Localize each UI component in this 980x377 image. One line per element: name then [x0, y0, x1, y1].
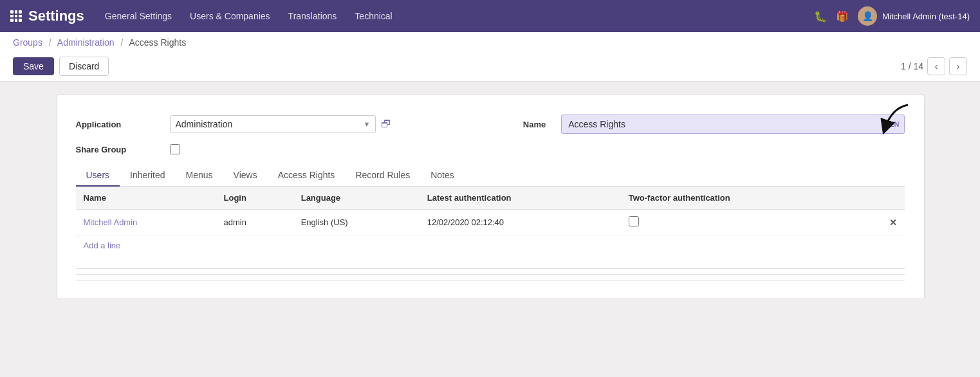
breadcrumb-bar: Groups / Administration / Access Rights …	[0, 32, 980, 82]
tab-views[interactable]: Views	[223, 165, 268, 187]
user-name-link[interactable]: Mitchell Admin	[84, 217, 138, 227]
app-logo[interactable]: Settings	[10, 8, 84, 24]
pagination-label: 1 / 14	[901, 61, 923, 71]
application-select[interactable]: Administration	[170, 115, 376, 133]
users-table: Name Login Language Latest authenticatio…	[76, 187, 905, 235]
name-label: Name	[523, 120, 546, 129]
breadcrumb-groups[interactable]: Groups	[13, 37, 42, 48]
avatar: 👤	[858, 6, 877, 26]
breadcrumb-sep-2: /	[120, 37, 123, 48]
topnav-right: 🐛 🎁 👤 Mitchell Admin (test-14)	[814, 6, 970, 26]
add-line-button[interactable]: Add a line	[76, 235, 129, 255]
tab-inherited[interactable]: Inherited	[120, 165, 175, 187]
tab-users[interactable]: Users	[76, 165, 120, 187]
application-field: Administration ▼ 🗗	[170, 115, 513, 133]
application-label: Application	[76, 120, 160, 129]
name-input[interactable]	[561, 115, 904, 134]
breadcrumb-administration[interactable]: Administration	[57, 37, 115, 48]
cell-delete: ✕	[858, 210, 905, 235]
col-login: Login	[216, 187, 293, 210]
col-two-factor: Two-factor authentication	[621, 187, 858, 210]
tab-access-rights[interactable]: Access Rights	[268, 165, 346, 187]
cell-name: Mitchell Admin	[76, 210, 216, 235]
en-badge: EN	[889, 120, 899, 128]
tab-notes[interactable]: Notes	[420, 165, 465, 187]
col-latest-auth: Latest authentication	[420, 187, 621, 210]
app-name: Settings	[28, 8, 84, 24]
tab-menus[interactable]: Menus	[176, 165, 223, 187]
share-group-label: Share Group	[76, 145, 160, 154]
name-field-wrapper: EN	[561, 115, 904, 134]
two-factor-checkbox[interactable]	[629, 216, 639, 226]
discard-button[interactable]: Discard	[59, 57, 109, 76]
tab-record-rules[interactable]: Record Rules	[345, 165, 420, 187]
pagination: 1 / 14 ‹ ›	[901, 57, 967, 75]
cell-language: English (US)	[293, 210, 420, 235]
save-button[interactable]: Save	[13, 57, 54, 75]
topnav-menu: General Settings Users & Companies Trans…	[97, 7, 801, 25]
breadcrumb-current: Access Rights	[129, 37, 186, 48]
prev-button[interactable]: ‹	[927, 57, 945, 75]
bottom-line-1	[76, 274, 905, 275]
cell-login: admin	[216, 210, 293, 235]
nav-translations[interactable]: Translations	[281, 7, 345, 25]
nav-technical[interactable]: Technical	[347, 7, 400, 25]
form-card: Application Administration ▼ 🗗 Name EN	[56, 95, 925, 299]
application-select-wrapper: Administration ▼	[170, 115, 376, 133]
toolbar: Save Discard 1 / 14 ‹ ›	[13, 51, 967, 81]
external-link-icon[interactable]: 🗗	[381, 118, 391, 130]
bottom-line-2	[76, 280, 905, 280]
bug-icon[interactable]: 🐛	[814, 10, 827, 23]
tabs: Users Inherited Menus Views Access Right…	[76, 165, 905, 187]
col-actions	[858, 187, 905, 210]
next-button[interactable]: ›	[949, 57, 967, 75]
share-group-field	[170, 144, 905, 154]
grid-icon	[10, 10, 22, 22]
main-content: Application Administration ▼ 🗗 Name EN	[0, 82, 980, 377]
nav-users-companies[interactable]: Users & Companies	[182, 7, 278, 25]
col-language: Language	[293, 187, 420, 210]
bottom-lines	[76, 268, 905, 280]
share-group-checkbox[interactable]	[170, 144, 180, 154]
breadcrumb-sep-1: /	[49, 37, 51, 48]
gift-icon[interactable]: 🎁	[836, 10, 849, 23]
col-name: Name	[76, 187, 216, 210]
delete-row-button[interactable]: ✕	[889, 217, 897, 228]
table-row: Mitchell Admin admin English (US) 12/02/…	[76, 210, 905, 235]
application-row: Application Administration ▼ 🗗 Name EN	[76, 115, 905, 134]
user-name: Mitchell Admin (test-14)	[882, 12, 970, 21]
cell-latest-auth: 12/02/2020 02:12:40	[420, 210, 621, 235]
nav-general-settings[interactable]: General Settings	[97, 7, 180, 25]
share-group-row: Share Group	[76, 144, 905, 154]
breadcrumb: Groups / Administration / Access Rights	[13, 37, 967, 51]
table-header-row: Name Login Language Latest authenticatio…	[76, 187, 905, 210]
topnav: Settings General Settings Users & Compan…	[0, 0, 980, 32]
cell-two-factor	[621, 210, 858, 235]
user-menu[interactable]: 👤 Mitchell Admin (test-14)	[858, 6, 970, 26]
